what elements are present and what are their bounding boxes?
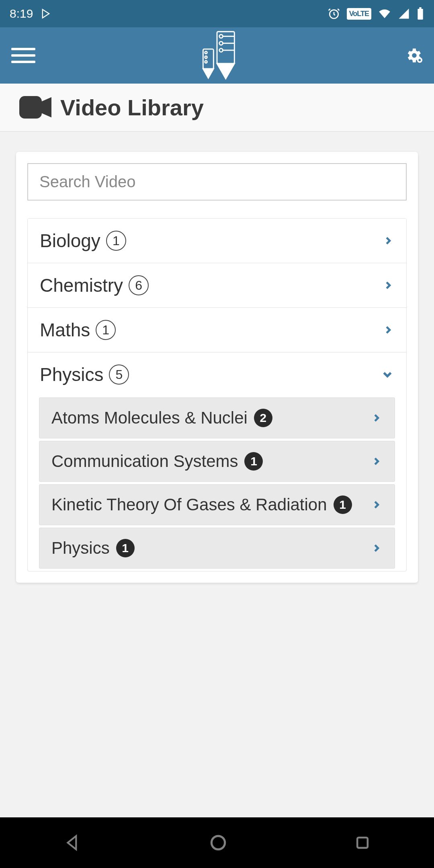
category-biology[interactable]: Biology 1 [28, 219, 406, 263]
app-bar [0, 27, 434, 84]
physics-subcategories: Atoms Molecules & Nuclei 2 Communication… [28, 397, 406, 569]
subcategory-label: Physics [51, 538, 110, 558]
chevron-right-icon [382, 235, 394, 247]
category-maths[interactable]: Maths 1 [28, 308, 406, 352]
chevron-right-icon [382, 279, 394, 291]
volte-badge: VoLTE [347, 8, 371, 20]
search-input[interactable] [39, 173, 395, 191]
subcategory-atoms-molecules-nuclei[interactable]: Atoms Molecules & Nuclei 2 [39, 397, 395, 438]
subcategory-communication-systems[interactable]: Communication Systems 1 [39, 441, 395, 482]
category-label: Chemistry [40, 274, 123, 296]
signal-icon [398, 8, 410, 20]
status-bar: 8:19 VoLTE [0, 0, 434, 27]
svg-marker-13 [203, 69, 213, 78]
subcategory-physics[interactable]: Physics 1 [39, 528, 395, 569]
svg-point-6 [219, 35, 223, 38]
svg-rect-20 [19, 96, 42, 119]
svg-point-7 [219, 41, 223, 45]
chevron-right-icon [371, 455, 383, 467]
category-count-badge: 5 [109, 364, 129, 385]
svg-point-17 [412, 53, 417, 58]
category-count-badge: 1 [106, 231, 126, 251]
subcategory-count-badge: 1 [116, 539, 135, 557]
svg-marker-22 [68, 836, 76, 849]
svg-point-16 [205, 61, 207, 63]
search-box[interactable] [27, 163, 407, 201]
category-count-badge: 6 [129, 275, 149, 295]
alarm-icon [328, 7, 340, 20]
subcategory-count-badge: 1 [334, 495, 352, 514]
play-store-icon [40, 8, 51, 19]
subcategory-count-badge: 2 [254, 409, 272, 427]
svg-marker-21 [42, 97, 51, 118]
subcategory-kinetic-theory[interactable]: Kinetic Theory Of Gases & Radiation 1 [39, 484, 395, 525]
content-area: Biology 1 Chemistry 6 Maths 1 [0, 132, 434, 603]
chevron-right-icon [382, 324, 394, 336]
chevron-right-icon [371, 499, 383, 511]
svg-rect-24 [357, 837, 368, 848]
category-chemistry[interactable]: Chemistry 6 [28, 263, 406, 308]
home-button[interactable] [208, 833, 228, 853]
overview-button[interactable] [354, 834, 371, 852]
category-count-badge: 1 [96, 320, 116, 340]
chevron-right-icon [371, 412, 383, 424]
chevron-right-icon [371, 542, 383, 554]
category-label: Maths [40, 319, 90, 341]
battery-icon [416, 7, 424, 20]
category-label: Biology [40, 230, 100, 252]
subcategory-count-badge: 1 [244, 452, 263, 471]
app-logo-icon [193, 29, 241, 82]
hamburger-menu-button[interactable] [11, 48, 35, 63]
video-camera-icon [19, 96, 51, 119]
chevron-down-icon [381, 368, 394, 381]
svg-point-15 [205, 56, 207, 58]
svg-marker-5 [217, 63, 234, 79]
category-physics[interactable]: Physics 5 [28, 352, 406, 397]
svg-marker-0 [43, 10, 49, 18]
page-title-bar: Video Library [0, 84, 434, 132]
svg-rect-3 [419, 7, 421, 9]
wifi-icon [378, 8, 391, 20]
settings-button[interactable] [404, 46, 423, 65]
subcategory-label: Atoms Molecules & Nuclei [51, 408, 248, 428]
svg-point-23 [211, 836, 225, 849]
page-title: Video Library [60, 94, 204, 121]
svg-rect-2 [418, 9, 423, 20]
category-label: Physics [40, 364, 103, 385]
svg-point-19 [418, 59, 421, 61]
subcategory-label: Kinetic Theory Of Gases & Radiation [51, 495, 327, 514]
android-nav-bar [0, 817, 434, 868]
svg-point-8 [219, 49, 223, 52]
category-list: Biology 1 Chemistry 6 Maths 1 [27, 218, 407, 571]
svg-point-14 [205, 51, 207, 54]
subcategory-label: Communication Systems [51, 452, 238, 471]
status-time: 8:19 [10, 7, 33, 20]
video-library-card: Biology 1 Chemistry 6 Maths 1 [16, 152, 418, 583]
back-button[interactable] [63, 833, 83, 853]
